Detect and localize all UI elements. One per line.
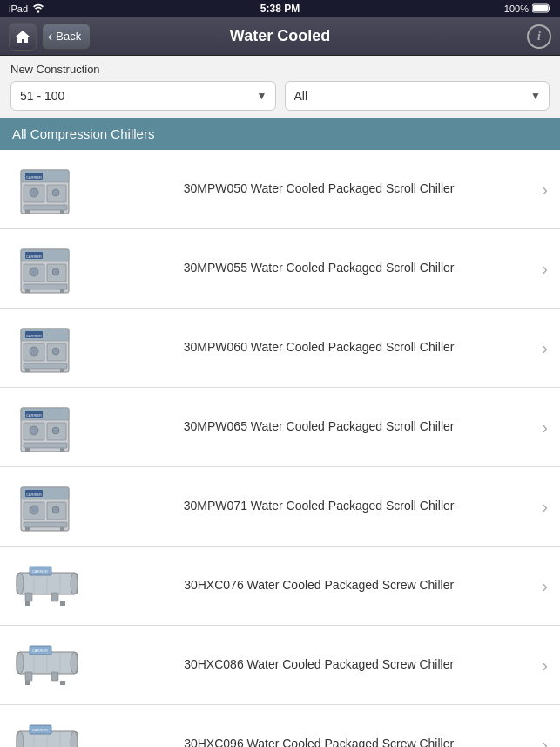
list-item[interactable]: CARRIER 30MPW055 Water Cooled Packaged S… (0, 229, 560, 309)
product-thumbnail: CARRIER (12, 635, 91, 696)
svg-point-60 (17, 573, 24, 594)
product-name: 30MPW055 Water Cooled Packaged Scroll Ch… (105, 260, 533, 277)
svg-rect-22 (25, 289, 30, 293)
svg-rect-69 (25, 601, 30, 606)
svg-text:CARRIER: CARRIER (26, 334, 42, 338)
svg-rect-12 (60, 210, 64, 214)
list-item[interactable]: CARRIER 30HXC076 Water Cooled Packaged S… (0, 547, 560, 626)
svg-rect-21 (24, 284, 67, 289)
list-item[interactable]: CARRIER 30HXC096 Water Cooled Packaged S… (0, 705, 560, 747)
product-name: 30HXC096 Water Cooled Packaged Screw Chi… (105, 736, 533, 747)
svg-rect-11 (25, 210, 30, 214)
chevron-right-icon: › (542, 180, 548, 200)
chevron-right-icon: › (542, 497, 548, 517)
capacity-filter[interactable]: 51 - 100 0 - 50 101 - 150 151 - 200 (10, 81, 276, 111)
nav-title: Water Cooled (230, 27, 330, 45)
svg-rect-64 (25, 593, 32, 601)
chevron-right-icon: › (542, 655, 548, 676)
svg-point-46 (30, 426, 38, 435)
svg-point-72 (17, 652, 24, 674)
back-button[interactable]: ‹ Back (42, 24, 91, 50)
product-thumbnail: CARRIER (12, 397, 91, 458)
list-item[interactable]: CARRIER 30HXC086 Water Cooled Packaged S… (0, 626, 560, 705)
product-thumbnail: CARRIER (12, 159, 91, 220)
product-thumbnail: CARRIER (12, 714, 91, 747)
svg-rect-23 (60, 289, 64, 293)
svg-point-47 (52, 427, 59, 434)
category-header: All Compression Chillers (0, 118, 560, 150)
svg-rect-55 (25, 527, 30, 531)
product-name: 30MPW050 Water Cooled Packaged Scroll Ch… (105, 180, 533, 198)
svg-rect-3 (549, 6, 550, 10)
product-name: 30MPW060 Water Cooled Packaged Scroll Ch… (105, 339, 533, 357)
product-name: 30HXC076 Water Cooled Packaged Screw Chi… (105, 577, 533, 594)
svg-rect-54 (24, 522, 67, 527)
status-right: 100% (504, 3, 551, 15)
type-filter-wrapper: All Scroll Screw Centrifugal ▼ (285, 81, 550, 111)
chevron-right-icon: › (542, 735, 548, 748)
info-button[interactable]: i (527, 24, 551, 49)
filters-bar: New Construction 51 - 100 0 - 50 101 - 1… (0, 56, 560, 118)
svg-rect-10 (24, 205, 67, 210)
svg-point-84 (17, 731, 24, 747)
svg-point-25 (52, 268, 59, 275)
battery-label: 100% (504, 3, 529, 14)
svg-point-58 (52, 506, 59, 513)
svg-rect-45 (60, 448, 64, 452)
category-label: All Compression Chillers (12, 126, 154, 141)
capacity-filter-wrapper: 51 - 100 0 - 50 101 - 150 151 - 200 ▼ (10, 81, 276, 111)
nav-left: ‹ Back (9, 23, 91, 51)
svg-rect-32 (24, 363, 67, 369)
product-thumbnail: CARRIER (12, 555, 91, 616)
svg-point-57 (30, 506, 38, 514)
product-thumbnail: CARRIER (12, 317, 91, 378)
svg-rect-34 (60, 369, 64, 372)
chevron-right-icon: › (542, 576, 548, 596)
chevron-right-icon: › (542, 259, 548, 279)
back-label: Back (56, 30, 81, 43)
svg-rect-2 (533, 5, 548, 11)
svg-rect-70 (60, 601, 65, 606)
list-item[interactable]: CARRIER 30MPW071 Water Cooled Packaged S… (0, 467, 560, 547)
svg-rect-77 (51, 672, 58, 681)
filters-row: 51 - 100 0 - 50 101 - 150 151 - 200 ▼ Al… (10, 81, 550, 111)
svg-point-13 (30, 188, 38, 197)
svg-rect-81 (25, 681, 30, 685)
svg-point-0 (37, 10, 39, 12)
svg-point-36 (52, 348, 59, 355)
battery-icon (532, 3, 551, 15)
svg-rect-76 (25, 672, 32, 681)
svg-point-14 (52, 189, 59, 196)
svg-rect-82 (60, 681, 65, 685)
chevron-right-icon: › (542, 338, 548, 358)
list-item[interactable]: CARRIER 30MPW060 Water Cooled Packaged S… (0, 309, 560, 388)
svg-rect-33 (25, 369, 30, 372)
filters-label: New Construction (10, 63, 550, 76)
svg-rect-65 (51, 593, 58, 601)
home-button[interactable] (9, 23, 37, 51)
svg-point-85 (71, 731, 78, 747)
back-chevron-icon: ‹ (48, 29, 52, 44)
product-name: 30MPW071 Water Cooled Packaged Scroll Ch… (105, 498, 533, 515)
type-filter[interactable]: All Scroll Screw Centrifugal (285, 81, 550, 111)
product-thumbnail: CARRIER (12, 476, 91, 537)
svg-text:CARRIER: CARRIER (26, 413, 42, 418)
status-bar: iPad 5:38 PM 100% (0, 0, 560, 17)
product-list: CARRIER 30MPW050 Water Cooled Packaged S… (0, 150, 560, 747)
nav-bar: ‹ Back Water Cooled i (0, 17, 560, 56)
svg-point-73 (71, 652, 78, 674)
svg-text:CARRIER: CARRIER (32, 649, 48, 653)
svg-text:CARRIER: CARRIER (26, 255, 42, 259)
product-name: 30HXC086 Water Cooled Packaged Screw Chi… (105, 656, 533, 674)
wifi-icon (32, 3, 44, 15)
status-left: iPad (9, 3, 44, 15)
svg-point-35 (30, 347, 38, 356)
svg-text:CARRIER: CARRIER (32, 569, 48, 574)
carrier-label: iPad (9, 3, 28, 14)
product-thumbnail: CARRIER (12, 238, 91, 299)
svg-text:CARRIER: CARRIER (26, 175, 42, 180)
chevron-right-icon: › (542, 418, 548, 438)
list-item[interactable]: CARRIER 30MPW065 Water Cooled Packaged S… (0, 388, 560, 467)
list-item[interactable]: CARRIER 30MPW050 Water Cooled Packaged S… (0, 150, 560, 229)
svg-rect-43 (24, 443, 67, 448)
